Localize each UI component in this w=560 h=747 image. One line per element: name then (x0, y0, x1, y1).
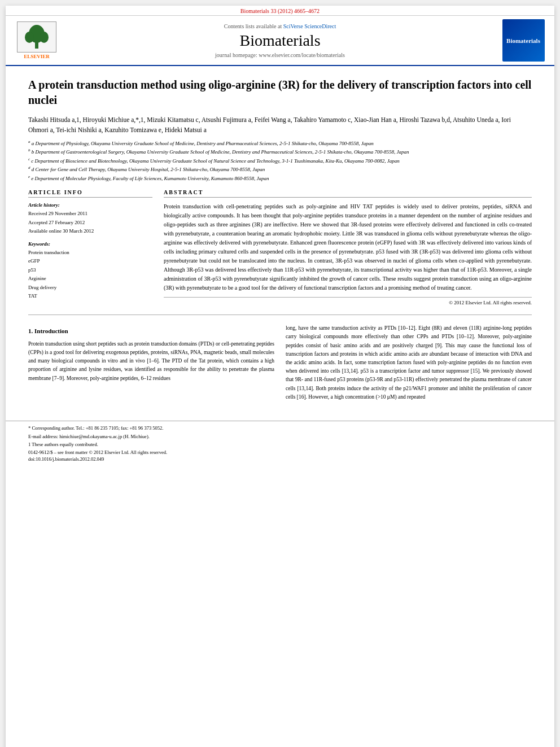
intro-col2-text: long, have the same transduction activit… (286, 324, 532, 401)
affiliation-b: b b Department of Gastroenterological Su… (28, 147, 532, 156)
affiliation-d: d d Center for Gene and Cell Therapy, Ok… (28, 165, 532, 174)
authors-text: Takashi Hitsuda a,1, Hiroyuki Michiue a,… (28, 116, 511, 133)
sciverse-link[interactable]: SciVerse ScienceDirect (283, 23, 336, 29)
section-divider (28, 314, 532, 315)
abstract-header: ABSTRACT (164, 189, 532, 198)
article-info-header: ARTICLE INFO (28, 189, 152, 198)
biomaterials-logo-text: Biomaterials (506, 37, 540, 44)
page: Biomaterials 33 (2012) 4665–4672 (6, 6, 554, 747)
journal-title: Biomaterials (239, 32, 320, 50)
journal-citation: Biomaterials 33 (2012) 4665–4672 (240, 8, 320, 14)
elsevier-logo-image (17, 21, 56, 53)
keyword-2: eGFP (28, 257, 152, 265)
abstract-text: Protein transduction with cell-penetrati… (164, 202, 532, 292)
intro-col1-text: Protein transduction using short peptide… (28, 340, 274, 383)
intro-title: 1. Introduction (28, 326, 274, 337)
article-content: A protein transduction method using olig… (6, 66, 554, 413)
email-footnote: E-mail address: himichiue@md.okayama-u.a… (28, 433, 532, 440)
doi-line: doi:10.1016/j.biomaterials.2012.02.049 (28, 456, 532, 462)
affiliations: a a Department of Physiology, Okayama Un… (28, 139, 532, 183)
sciverse-line: Contents lists available at SciVerse Sci… (224, 23, 336, 29)
journal-logo-area: Biomaterials (498, 19, 549, 62)
article-title: A protein transduction method using olig… (28, 77, 532, 108)
affiliation-e: e e Department of Molecular Physiology, … (28, 174, 532, 183)
elsevier-label: ELSEVIER (24, 54, 50, 59)
body-col-left: 1. Introduction Protein transduction usi… (28, 324, 274, 401)
keyword-4: Arginine (28, 275, 152, 283)
elsevier-logo-area: ELSEVIER (11, 19, 62, 62)
abstract-paragraph: Protein transduction with cell-penetrati… (164, 202, 532, 292)
available-date: Available online 30 March 2012 (28, 228, 152, 235)
authors-line: Takashi Hitsuda a,1, Hiroyuki Michiue a,… (28, 115, 532, 136)
received-date: Received 29 November 2011 (28, 210, 152, 218)
accepted-date: Accepted 27 February 2012 (28, 219, 152, 227)
footnotes-section: * Corresponding author. Tel.: +81 86 235… (6, 421, 554, 462)
sciverse-text: Contents lists available at (224, 23, 283, 29)
body-section: 1. Introduction Protein transduction usi… (28, 324, 532, 401)
history-label: Article history: (28, 202, 152, 208)
abstract-col: ABSTRACT Protein transduction with cell-… (164, 189, 532, 305)
keyword-1: Protein transduction (28, 249, 152, 257)
article-info-col: ARTICLE INFO Article history: Received 2… (28, 189, 152, 305)
svg-point-4 (40, 32, 49, 43)
corresponding-footnote: * Corresponding author. Tel.: +81 86 235… (28, 425, 532, 432)
elsevier-logo: ELSEVIER (17, 21, 56, 59)
affiliation-a: a a Department of Physiology, Okayama Un… (28, 139, 532, 148)
journal-header-center: Contents lists available at SciVerse Sci… (68, 19, 492, 62)
keyword-6: TAT (28, 292, 152, 300)
copyright-bottom: 0142-9612/$ – see front matter © 2012 El… (28, 449, 532, 455)
equal-footnote: 1 These authors equally contributed. (28, 441, 532, 448)
journal-header: ELSEVIER Contents lists available at Sci… (6, 16, 554, 66)
info-abstract-section: ARTICLE INFO Article history: Received 2… (28, 189, 532, 305)
biomaterials-logo: Biomaterials (502, 19, 545, 62)
affiliation-c: c c Department of Bioscience and Biotech… (28, 156, 532, 165)
keyword-5: Drug delivery (28, 284, 152, 292)
keywords-label: Keywords: (28, 241, 152, 247)
body-col-right: long, have the same transduction activit… (286, 324, 532, 401)
keyword-3: p53 (28, 267, 152, 274)
journal-citation-bar: Biomaterials 33 (2012) 4665–4672 (6, 6, 554, 16)
svg-point-3 (25, 32, 34, 43)
journal-homepage: journal homepage: www.elsevier.com/locat… (215, 52, 345, 58)
keywords-section: Keywords: Protein transduction eGFP p53 … (28, 241, 152, 300)
abstract-copyright: © 2012 Elsevier Ltd. All rights reserved… (164, 297, 532, 305)
